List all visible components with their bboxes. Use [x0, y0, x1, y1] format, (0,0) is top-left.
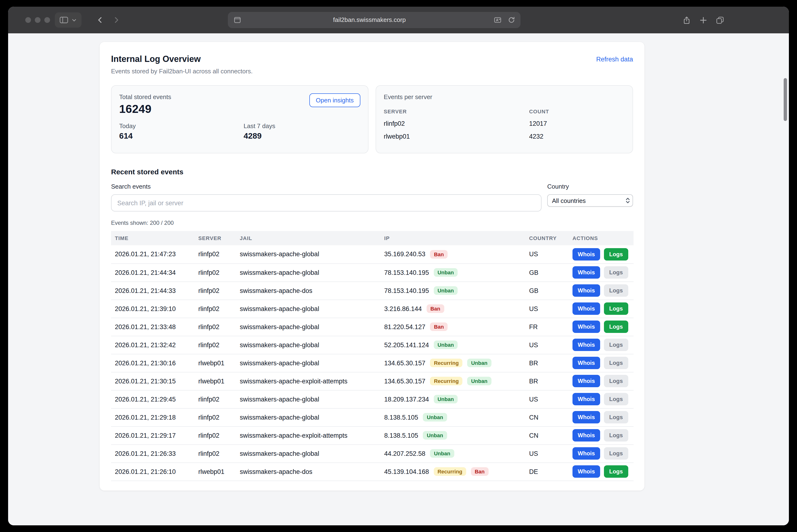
reload-icon[interactable]: [508, 16, 515, 24]
badge-unban: Unban: [467, 359, 491, 367]
event-country: FR: [525, 318, 569, 336]
sidebar-toggle-group[interactable]: [55, 12, 81, 27]
logs-button[interactable]: Logs: [604, 248, 628, 261]
logs-button[interactable]: Logs: [604, 266, 628, 279]
event-time: 2026.01.21, 21:29:18: [111, 408, 195, 426]
translate-icon[interactable]: [494, 16, 502, 24]
event-time: 2026.01.21, 21:33:48: [111, 318, 195, 336]
event-ip-cell: 78.153.140.195 Unban: [380, 282, 525, 300]
event-country: US: [525, 336, 569, 354]
event-actions: Whois Logs: [569, 390, 634, 408]
event-ip: 3.216.86.144: [384, 305, 422, 312]
event-actions: Whois Logs: [569, 462, 634, 480]
event-jail: swissmakers-apache-global: [236, 300, 380, 318]
event-jail: swissmakers-apache-global: [236, 318, 380, 336]
per-server-count: 4232: [529, 130, 625, 143]
share-icon[interactable]: [683, 16, 691, 24]
event-row: 2026.01.21, 21:44:34 rlinfp02 swissmaker…: [111, 263, 634, 282]
event-server: rlinfp02: [195, 300, 236, 318]
badges: Unban: [423, 413, 447, 421]
event-row: 2026.01.21, 21:47:23 rlinfp02 swissmaker…: [111, 245, 634, 263]
page-settings-icon[interactable]: [234, 16, 241, 24]
per-server-name: rlinfp02: [384, 117, 529, 130]
event-server: rlinfp02: [195, 408, 236, 426]
badges: Ban: [430, 322, 448, 331]
whois-button[interactable]: Whois: [573, 302, 600, 315]
whois-button[interactable]: Whois: [573, 266, 600, 279]
event-server: rlinfp02: [195, 426, 236, 444]
event-country: CN: [525, 426, 569, 444]
badges: Unban: [434, 268, 458, 277]
zoom-window-button[interactable]: [44, 17, 50, 23]
country-select[interactable]: All countries: [547, 194, 633, 207]
event-ip-cell: 8.138.5.105 Unban: [380, 426, 525, 444]
today-value: 614: [119, 131, 243, 141]
event-actions: Whois Logs: [569, 282, 634, 300]
badge-recurring: Recurring: [430, 377, 463, 385]
whois-button[interactable]: Whois: [573, 393, 600, 405]
logs-button[interactable]: Logs: [604, 339, 628, 351]
open-insights-button[interactable]: Open insights: [309, 93, 360, 107]
logs-button[interactable]: Logs: [604, 284, 628, 297]
badges: Ban: [430, 250, 448, 259]
address-bar[interactable]: fail2ban.swissmakers.corp: [228, 12, 521, 28]
whois-button[interactable]: Whois: [573, 411, 600, 423]
per-server-rows: rlinfp0212017rlwebp014232: [384, 117, 625, 143]
event-server: rlinfp02: [195, 318, 236, 336]
whois-button[interactable]: Whois: [573, 248, 600, 261]
browser-toolbar: fail2ban.swissmakers.corp: [8, 7, 789, 33]
refresh-data-link[interactable]: Refresh data: [596, 56, 633, 63]
logs-button[interactable]: Logs: [604, 375, 628, 387]
search-input[interactable]: [111, 194, 542, 211]
event-country: US: [525, 245, 569, 263]
whois-button[interactable]: Whois: [573, 357, 600, 369]
event-time: 2026.01.21, 21:30:15: [111, 372, 195, 390]
event-ip-cell: 18.209.137.234 Unban: [380, 390, 525, 408]
event-ip-cell: 134.65.30.157 RecurringUnban: [380, 354, 525, 372]
close-window-button[interactable]: [25, 17, 31, 23]
event-time: 2026.01.21, 21:44:34: [111, 263, 195, 282]
logs-button[interactable]: Logs: [604, 411, 628, 423]
forward-button[interactable]: [109, 12, 124, 27]
logs-button[interactable]: Logs: [604, 302, 628, 315]
logs-button[interactable]: Logs: [604, 447, 628, 460]
event-jail: swissmakers-apache-exploit-attempts: [236, 426, 380, 444]
event-server: rlinfp02: [195, 263, 236, 282]
badges: Unban: [423, 431, 447, 440]
back-button[interactable]: [93, 12, 107, 27]
whois-button[interactable]: Whois: [573, 429, 600, 441]
logs-button[interactable]: Logs: [604, 429, 628, 441]
whois-button[interactable]: Whois: [573, 284, 600, 297]
event-ip: 8.138.5.105: [384, 432, 418, 439]
event-ip: 78.153.140.195: [384, 269, 429, 276]
event-country: GB: [525, 263, 569, 282]
logs-button[interactable]: Logs: [604, 465, 628, 478]
whois-button[interactable]: Whois: [573, 465, 600, 478]
event-jail: swissmakers-apache-global: [236, 354, 380, 372]
logs-button[interactable]: Logs: [604, 357, 628, 369]
event-time: 2026.01.21, 21:29:17: [111, 426, 195, 444]
event-ip: 18.209.137.234: [384, 396, 429, 403]
whois-button[interactable]: Whois: [573, 375, 600, 387]
minimize-window-button[interactable]: [35, 17, 40, 23]
tab-overview-icon[interactable]: [716, 16, 724, 24]
event-actions: Whois Logs: [569, 318, 634, 336]
event-actions: Whois Logs: [569, 245, 634, 263]
per-server-row: rlinfp0212017: [384, 117, 625, 130]
logs-button[interactable]: Logs: [604, 393, 628, 405]
new-tab-icon[interactable]: [699, 16, 707, 24]
badges: Ban: [427, 304, 444, 313]
whois-button[interactable]: Whois: [573, 447, 600, 460]
event-ip-cell: 78.153.140.195 Unban: [380, 263, 525, 282]
scrollbar-thumb[interactable]: [784, 78, 787, 121]
event-ip: 45.139.104.168: [384, 468, 429, 475]
event-country: GB: [525, 282, 569, 300]
col-server: SERVER: [195, 231, 236, 245]
event-time: 2026.01.21, 21:32:42: [111, 336, 195, 354]
event-ip-cell: 134.65.30.157 RecurringUnban: [380, 372, 525, 390]
event-row: 2026.01.21, 21:29:17 rlinfp02 swissmaker…: [111, 426, 634, 444]
events-per-server-card: Events per server SERVER COUNT rlinfp021…: [376, 85, 633, 153]
whois-button[interactable]: Whois: [573, 321, 600, 333]
whois-button[interactable]: Whois: [573, 339, 600, 351]
logs-button[interactable]: Logs: [604, 321, 628, 333]
